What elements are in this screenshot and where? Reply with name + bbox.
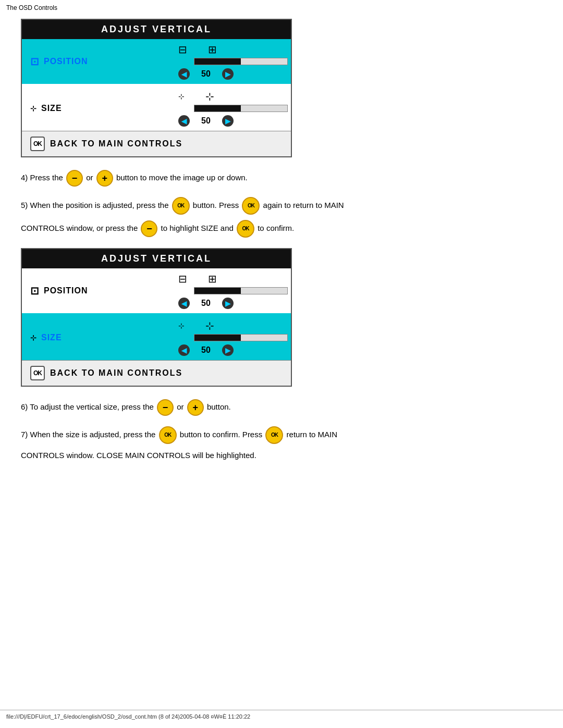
size-row-2: ⊹ SIZE ⊹ ⊹ ◀ 50 ▶: [22, 313, 291, 360]
position-icon-2: ⊡: [30, 285, 40, 297]
pos-left-arrow-1[interactable]: ◀: [178, 68, 190, 80]
ok-button-inline-5[interactable]: OK: [265, 426, 283, 444]
step5-instruction: 5) When the position is adjusted, press …: [21, 197, 542, 238]
position-label-2: ⊡ POSITION: [30, 285, 103, 297]
ok-button-inline-2[interactable]: OK: [242, 197, 260, 215]
ok-button-inline-4[interactable]: OK: [159, 426, 177, 444]
step7-instruction: 7) When the size is adjusted, press the …: [21, 426, 542, 462]
size-label-2: ⊹ SIZE: [30, 333, 103, 342]
pos-left-arrow-2[interactable]: ◀: [178, 298, 190, 309]
position-label-1: ⊡ POSITION: [30, 55, 103, 68]
osd-header-2: ADJUST VERTICAL: [22, 249, 291, 268]
size-row-1: ⊹ SIZE ⊹ ⊹ ◀ 50 ▶: [22, 84, 291, 131]
pos-value-2: 50: [198, 299, 214, 308]
footer: file:///D|/EDFU/crt_17_6/edoc/english/OS…: [0, 710, 563, 723]
ok-icon-1: OK: [30, 137, 45, 151]
ok-button-inline-3[interactable]: OK: [237, 220, 254, 238]
size-left-arrow-1[interactable]: ◀: [178, 115, 190, 127]
size-left-arrow-2[interactable]: ◀: [178, 344, 190, 356]
minus-button-2[interactable]: −: [141, 220, 157, 237]
size-icon-2: ⊹: [30, 334, 37, 342]
position-row-1: ⊡ POSITION ⊟ ⊞ ◀ 50 ▶: [22, 39, 291, 84]
size-value-1: 50: [198, 116, 214, 126]
back-label-1: BACK TO MAIN CONTROLS: [50, 139, 182, 149]
plus-button-1[interactable]: +: [96, 170, 113, 187]
size-expand-icon-2: ⊹: [205, 319, 214, 332]
page-title: The OSD Controls: [0, 0, 563, 14]
pos-expand-icon-2: ⊞: [208, 273, 217, 285]
back-label-2: BACK TO MAIN CONTROLS: [50, 368, 182, 378]
back-row-2[interactable]: OK BACK TO MAIN CONTROLS: [22, 360, 291, 386]
minus-button-1[interactable]: −: [66, 170, 83, 187]
position-row-2: ⊡ POSITION ⊟ ⊞ ◀ 50 ▶: [22, 268, 291, 313]
position-icon-1: ⊡: [30, 55, 40, 68]
osd-panel-1: ADJUST VERTICAL ⊡ POSITION ⊟ ⊞ ◀ 50 ▶: [21, 19, 292, 157]
size-expand-icon: ⊹: [205, 90, 214, 103]
step4-instruction: 4) Press the − or + button to move the i…: [21, 170, 542, 187]
pos-value-1: 50: [198, 69, 214, 79]
size-icon-1: ⊹: [30, 104, 37, 113]
minus-button-3[interactable]: −: [157, 399, 174, 416]
size-shrink-icon: ⊹: [178, 92, 185, 101]
pos-shrink-icon-2: ⊟: [178, 273, 187, 285]
position-slider-1: [194, 58, 288, 65]
osd-panel-2: ADJUST VERTICAL ⊡ POSITION ⊟ ⊞ ◀ 50 ▶: [21, 248, 292, 387]
plus-button-2[interactable]: +: [187, 399, 204, 416]
ok-button-inline-1[interactable]: OK: [172, 197, 190, 215]
pos-right-arrow-2[interactable]: ▶: [222, 298, 234, 309]
size-label-1: ⊹ SIZE: [30, 104, 103, 113]
back-row-1[interactable]: OK BACK TO MAIN CONTROLS: [22, 131, 291, 156]
step6-instruction: 6) To adjust the vertical size, press th…: [21, 399, 542, 416]
size-slider-2: [194, 334, 288, 341]
pos-shrink-icon: ⊟: [178, 43, 187, 56]
osd-header-1: ADJUST VERTICAL: [22, 20, 291, 39]
size-slider-1: [194, 105, 288, 112]
size-right-arrow-2[interactable]: ▶: [222, 344, 234, 356]
ok-icon-2: OK: [30, 366, 45, 380]
position-slider-2: [194, 287, 288, 294]
size-value-2: 50: [198, 346, 214, 355]
pos-expand-icon: ⊞: [208, 43, 217, 56]
size-shrink-icon-2: ⊹: [178, 322, 185, 330]
pos-right-arrow-1[interactable]: ▶: [222, 68, 234, 80]
size-right-arrow-1[interactable]: ▶: [222, 115, 234, 127]
